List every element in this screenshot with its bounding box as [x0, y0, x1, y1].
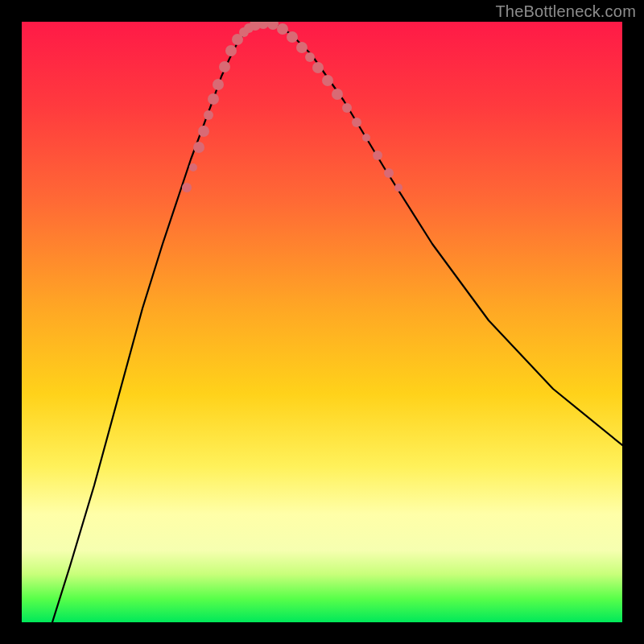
highlight-marker: [287, 31, 298, 43]
highlight-marker: [332, 89, 343, 100]
highlight-marker: [394, 184, 402, 192]
highlight-marker: [189, 163, 197, 171]
highlight-marker: [182, 183, 192, 192]
highlight-marker: [208, 93, 219, 105]
highlight-marker: [296, 42, 308, 53]
highlight-marker-group: [182, 22, 402, 192]
watermark-text: TheBottleneck.com: [495, 2, 636, 21]
highlight-marker: [204, 110, 213, 120]
highlight-marker: [322, 75, 333, 86]
chart-svg: [22, 22, 622, 622]
highlight-marker: [305, 52, 315, 62]
highlight-marker: [362, 134, 370, 142]
highlight-marker: [213, 79, 224, 90]
highlight-marker: [312, 62, 324, 73]
bottleneck-curve: [52, 23, 622, 622]
plot-area: [22, 22, 622, 622]
highlight-marker: [267, 22, 279, 30]
highlight-marker: [193, 142, 204, 153]
highlight-marker: [384, 168, 394, 178]
highlight-marker: [352, 118, 361, 127]
highlight-marker: [198, 126, 209, 137]
highlight-marker: [219, 61, 230, 72]
highlight-marker: [373, 151, 382, 160]
highlight-marker: [342, 103, 352, 113]
highlight-marker: [225, 45, 237, 56]
chart-frame: TheBottleneck.com: [0, 0, 644, 644]
highlight-marker: [277, 23, 288, 35]
